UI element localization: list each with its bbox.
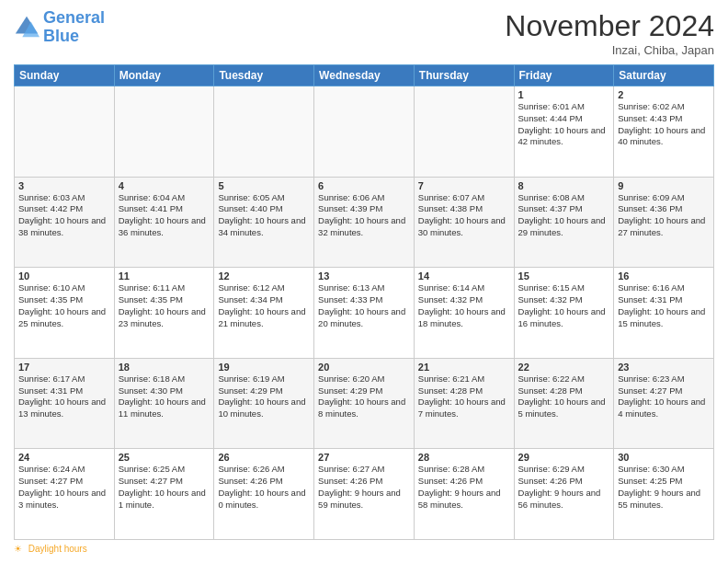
- day-cell: 1Sunrise: 6:01 AM Sunset: 4:44 PM Daylig…: [514, 86, 614, 178]
- day-number: 20: [318, 362, 410, 373]
- day-cell: 4Sunrise: 6:04 AM Sunset: 4:41 PM Daylig…: [114, 177, 214, 268]
- day-info: Sunrise: 6:23 AM Sunset: 4:27 PM Dayligh…: [618, 373, 710, 420]
- day-number: 25: [119, 452, 210, 463]
- week-row-5: 24Sunrise: 6:24 AM Sunset: 4:27 PM Dayli…: [15, 449, 714, 540]
- weekday-friday: Friday: [514, 65, 614, 86]
- day-cell: [214, 86, 314, 178]
- day-info: Sunrise: 6:27 AM Sunset: 4:26 PM Dayligh…: [318, 464, 410, 511]
- day-info: Sunrise: 6:12 AM Sunset: 4:34 PM Dayligh…: [218, 282, 310, 329]
- weekday-sunday: Sunday: [15, 65, 115, 86]
- location: Inzai, Chiba, Japan: [505, 43, 714, 57]
- weekday-header-row: SundayMondayTuesdayWednesdayThursdayFrid…: [15, 65, 714, 86]
- day-number: 13: [318, 270, 410, 282]
- day-cell: 9Sunrise: 6:09 AM Sunset: 4:36 PM Daylig…: [614, 177, 714, 268]
- day-cell: 17Sunrise: 6:17 AM Sunset: 4:31 PM Dayli…: [15, 358, 115, 449]
- day-cell: 20Sunrise: 6:20 AM Sunset: 4:29 PM Dayli…: [314, 358, 415, 449]
- day-info: Sunrise: 6:17 AM Sunset: 4:31 PM Dayligh…: [18, 373, 110, 420]
- day-info: Sunrise: 6:26 AM Sunset: 4:26 PM Dayligh…: [218, 464, 310, 511]
- week-row-2: 3Sunrise: 6:03 AM Sunset: 4:42 PM Daylig…: [15, 177, 714, 268]
- day-number: 15: [518, 270, 610, 282]
- day-info: Sunrise: 6:21 AM Sunset: 4:28 PM Dayligh…: [418, 373, 510, 420]
- day-info: Sunrise: 6:08 AM Sunset: 4:37 PM Dayligh…: [518, 192, 610, 239]
- page: General Blue November 2024 Inzai, Chiba,…: [0, 0, 728, 563]
- day-cell: 10Sunrise: 6:10 AM Sunset: 4:35 PM Dayli…: [15, 268, 115, 359]
- day-cell: 14Sunrise: 6:14 AM Sunset: 4:32 PM Dayli…: [414, 268, 514, 359]
- weekday-saturday: Saturday: [614, 65, 714, 86]
- day-cell: 27Sunrise: 6:27 AM Sunset: 4:26 PM Dayli…: [314, 449, 415, 540]
- day-number: 17: [18, 362, 110, 373]
- day-info: Sunrise: 6:19 AM Sunset: 4:29 PM Dayligh…: [218, 373, 310, 420]
- day-info: Sunrise: 6:09 AM Sunset: 4:36 PM Dayligh…: [618, 192, 710, 239]
- day-info: Sunrise: 6:05 AM Sunset: 4:40 PM Dayligh…: [218, 192, 310, 239]
- week-row-3: 10Sunrise: 6:10 AM Sunset: 4:35 PM Dayli…: [15, 268, 714, 359]
- day-cell: [314, 86, 415, 178]
- footer-note: ☀ Daylight hours: [14, 544, 714, 554]
- logo: General Blue: [14, 9, 105, 46]
- day-number: 16: [618, 270, 710, 282]
- weekday-tuesday: Tuesday: [214, 65, 314, 86]
- day-cell: 15Sunrise: 6:15 AM Sunset: 4:32 PM Dayli…: [514, 268, 614, 359]
- day-number: 26: [218, 452, 310, 463]
- day-info: Sunrise: 6:03 AM Sunset: 4:42 PM Dayligh…: [18, 192, 110, 239]
- weekday-thursday: Thursday: [414, 65, 514, 86]
- day-info: Sunrise: 6:14 AM Sunset: 4:32 PM Dayligh…: [418, 282, 510, 329]
- day-info: Sunrise: 6:06 AM Sunset: 4:39 PM Dayligh…: [318, 192, 410, 239]
- day-info: Sunrise: 6:20 AM Sunset: 4:29 PM Dayligh…: [318, 373, 410, 420]
- logo-blue: Blue: [43, 27, 79, 45]
- day-info: Sunrise: 6:29 AM Sunset: 4:26 PM Dayligh…: [518, 464, 610, 511]
- day-cell: 25Sunrise: 6:25 AM Sunset: 4:27 PM Dayli…: [114, 449, 214, 540]
- day-cell: 21Sunrise: 6:21 AM Sunset: 4:28 PM Dayli…: [414, 358, 514, 449]
- logo-text: General Blue: [43, 9, 105, 46]
- day-cell: 22Sunrise: 6:22 AM Sunset: 4:28 PM Dayli…: [514, 358, 614, 449]
- day-number: 30: [618, 452, 710, 463]
- day-cell: 11Sunrise: 6:11 AM Sunset: 4:35 PM Dayli…: [114, 268, 214, 359]
- day-number: 29: [518, 452, 610, 463]
- logo-icon: [14, 15, 40, 40]
- day-info: Sunrise: 6:16 AM Sunset: 4:31 PM Dayligh…: [618, 282, 710, 329]
- day-cell: 5Sunrise: 6:05 AM Sunset: 4:40 PM Daylig…: [214, 177, 314, 268]
- day-number: 6: [318, 180, 410, 191]
- day-info: Sunrise: 6:10 AM Sunset: 4:35 PM Dayligh…: [18, 282, 110, 329]
- daylight-label: Daylight hours: [28, 544, 87, 554]
- day-number: 1: [518, 89, 610, 100]
- month-title: November 2024: [505, 9, 714, 43]
- day-info: Sunrise: 6:15 AM Sunset: 4:32 PM Dayligh…: [518, 282, 610, 329]
- day-info: Sunrise: 6:13 AM Sunset: 4:33 PM Dayligh…: [318, 282, 410, 329]
- day-cell: [15, 86, 115, 178]
- day-number: 5: [218, 180, 310, 191]
- calendar-table: SundayMondayTuesdayWednesdayThursdayFrid…: [14, 64, 714, 540]
- day-cell: 16Sunrise: 6:16 AM Sunset: 4:31 PM Dayli…: [614, 268, 714, 359]
- day-number: 7: [418, 180, 510, 191]
- day-cell: [414, 86, 514, 178]
- day-cell: 3Sunrise: 6:03 AM Sunset: 4:42 PM Daylig…: [15, 177, 115, 268]
- day-cell: 6Sunrise: 6:06 AM Sunset: 4:39 PM Daylig…: [314, 177, 415, 268]
- day-info: Sunrise: 6:07 AM Sunset: 4:38 PM Dayligh…: [418, 192, 510, 239]
- weekday-monday: Monday: [114, 65, 214, 86]
- day-cell: 12Sunrise: 6:12 AM Sunset: 4:34 PM Dayli…: [214, 268, 314, 359]
- day-cell: 2Sunrise: 6:02 AM Sunset: 4:43 PM Daylig…: [614, 86, 714, 178]
- day-number: 24: [18, 452, 110, 463]
- header: General Blue November 2024 Inzai, Chiba,…: [14, 9, 714, 57]
- day-cell: 13Sunrise: 6:13 AM Sunset: 4:33 PM Dayli…: [314, 268, 415, 359]
- day-info: Sunrise: 6:22 AM Sunset: 4:28 PM Dayligh…: [518, 373, 610, 420]
- day-number: 3: [18, 180, 110, 191]
- day-number: 11: [119, 270, 210, 282]
- day-number: 21: [418, 362, 510, 373]
- day-cell: 18Sunrise: 6:18 AM Sunset: 4:30 PM Dayli…: [114, 358, 214, 449]
- day-cell: 26Sunrise: 6:26 AM Sunset: 4:26 PM Dayli…: [214, 449, 314, 540]
- day-number: 27: [318, 452, 410, 463]
- day-info: Sunrise: 6:30 AM Sunset: 4:25 PM Dayligh…: [618, 464, 710, 511]
- day-info: Sunrise: 6:02 AM Sunset: 4:43 PM Dayligh…: [618, 101, 710, 148]
- day-info: Sunrise: 6:04 AM Sunset: 4:41 PM Dayligh…: [119, 192, 210, 239]
- weekday-wednesday: Wednesday: [314, 65, 415, 86]
- day-number: 4: [119, 180, 210, 191]
- sun-icon: ☀: [14, 544, 22, 554]
- day-cell: 7Sunrise: 6:07 AM Sunset: 4:38 PM Daylig…: [414, 177, 514, 268]
- day-info: Sunrise: 6:01 AM Sunset: 4:44 PM Dayligh…: [518, 101, 610, 148]
- day-cell: 8Sunrise: 6:08 AM Sunset: 4:37 PM Daylig…: [514, 177, 614, 268]
- day-info: Sunrise: 6:18 AM Sunset: 4:30 PM Dayligh…: [119, 373, 210, 420]
- day-cell: 24Sunrise: 6:24 AM Sunset: 4:27 PM Dayli…: [15, 449, 115, 540]
- day-number: 9: [618, 180, 710, 191]
- day-cell: 28Sunrise: 6:28 AM Sunset: 4:26 PM Dayli…: [414, 449, 514, 540]
- day-number: 18: [119, 362, 210, 373]
